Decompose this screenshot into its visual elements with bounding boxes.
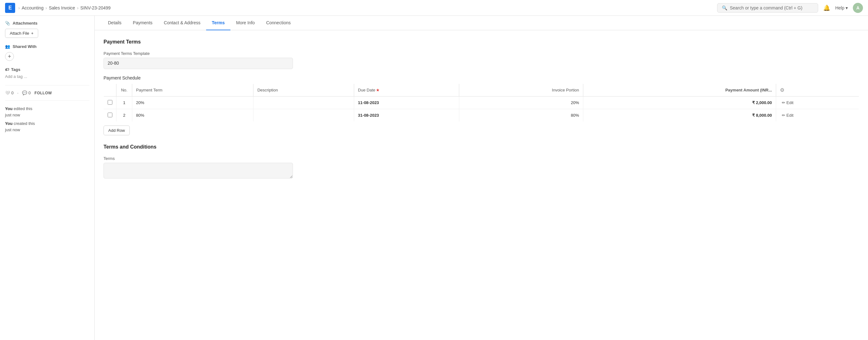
row1-due-date[interactable]: 11-08-2023: [354, 97, 459, 109]
template-label: Payment Terms Template: [103, 51, 859, 56]
col-header-checkbox: [104, 84, 117, 97]
row2-checkbox[interactable]: [107, 112, 112, 117]
tab-connections[interactable]: Connections: [260, 16, 297, 30]
terms-label: Terms: [103, 156, 859, 161]
likes-count[interactable]: 🤍 0: [5, 91, 13, 95]
breadcrumb-accounting[interactable]: Accounting: [22, 5, 43, 10]
row1-invoice-portion[interactable]: 20%: [459, 97, 583, 109]
terms-textarea[interactable]: [103, 163, 293, 178]
row1-edit-cell[interactable]: ✏ Edit: [776, 97, 859, 109]
paperclip-icon: 📎: [5, 21, 10, 26]
row2-no: 2: [117, 109, 132, 122]
activity-log-1: You edited this just now: [5, 106, 89, 118]
table-row: 1 20% 11-08-2023 20% ₹ 2,000.00 ✏ Edit: [104, 97, 859, 109]
tag-icon: 🏷: [5, 67, 9, 72]
col-header-no: No.: [117, 84, 132, 97]
terms-conditions-title: Terms and Conditions: [103, 144, 859, 150]
avatar[interactable]: A: [853, 3, 863, 13]
app-icon: E: [5, 3, 15, 13]
divider: [5, 85, 89, 86]
search-icon: 🔍: [722, 5, 727, 10]
sidebar: 📎 Attachments Attach File + 👥 Shared Wit…: [0, 16, 95, 340]
table-row: 2 80% 31-08-2023 80% ₹ 8,000.00 ✏ Edit: [104, 109, 859, 122]
topnav: E › Accounting › Sales Invoice › SINV-23…: [0, 0, 868, 16]
breadcrumb: E › Accounting › Sales Invoice › SINV-23…: [5, 3, 111, 13]
breadcrumb-sales-invoice[interactable]: Sales Invoice: [49, 5, 75, 10]
search-bar[interactable]: 🔍 Search or type a command (Ctrl + G): [717, 3, 818, 12]
help-button[interactable]: Help ▾: [835, 5, 848, 10]
attachments-label: 📎 Attachments: [5, 21, 89, 26]
terms-conditions-section: Terms and Conditions Terms: [103, 144, 859, 179]
chevron-down-icon: ▾: [845, 5, 848, 10]
settings-icon: ⚙: [780, 88, 784, 93]
payment-schedule-table: No. Payment Term Description Due Date★ I…: [103, 83, 859, 122]
breadcrumb-sinv[interactable]: SINV-23-20499: [81, 5, 111, 10]
activity-log-2: You created this just now: [5, 121, 89, 133]
topnav-right: 🔍 Search or type a command (Ctrl + G) 🔔 …: [717, 3, 863, 13]
main-layout: 📎 Attachments Attach File + 👥 Shared Wit…: [0, 16, 868, 340]
divider-2: [5, 100, 89, 101]
pencil-icon: ✏: [782, 100, 785, 105]
notification-bell-icon[interactable]: 🔔: [823, 4, 830, 11]
row1-payment-amount: ₹ 2,000.00: [583, 97, 776, 109]
row2-edit-cell[interactable]: ✏ Edit: [776, 109, 859, 122]
tags-label: 🏷 Tags: [5, 67, 89, 72]
tags-section: 🏷 Tags Add a tag ...: [5, 67, 89, 79]
row2-edit-button[interactable]: ✏ Edit: [780, 112, 796, 118]
pencil-icon: ✏: [782, 113, 785, 117]
plus-icon: +: [31, 31, 33, 36]
row1-checkbox-cell[interactable]: [104, 97, 117, 109]
row2-description[interactable]: [253, 109, 354, 122]
add-row-button[interactable]: Add Row: [103, 126, 130, 135]
row1-edit-button[interactable]: ✏ Edit: [780, 100, 796, 106]
row2-payment-amount: ₹ 8,000.00: [583, 109, 776, 122]
payment-terms-title: Payment Terms: [103, 39, 859, 45]
row1-checkbox[interactable]: [107, 100, 112, 105]
template-value[interactable]: 20-80: [103, 58, 293, 69]
row2-checkbox-cell[interactable]: [104, 109, 117, 122]
row1-payment-term[interactable]: 20%: [132, 97, 253, 109]
shared-with-section: 👥 Shared With +: [5, 44, 89, 61]
schedule-label: Payment Schedule: [103, 75, 859, 80]
attachments-section: 📎 Attachments Attach File +: [5, 21, 89, 38]
users-icon: 👥: [5, 44, 10, 49]
tab-contact-address[interactable]: Contact & Address: [158, 16, 206, 30]
activity-row: 🤍 0 · 💬 0 FOLLOW: [5, 91, 89, 95]
col-header-payment-term: Payment Term: [132, 84, 253, 97]
attach-file-button[interactable]: Attach File +: [5, 29, 38, 38]
col-header-payment-amount: Payment Amount (INR...: [583, 84, 776, 97]
tabs-bar: Details Payments Contact & Address Terms…: [95, 16, 868, 30]
content-area: Details Payments Contact & Address Terms…: [95, 16, 868, 340]
shared-with-label: 👥 Shared With: [5, 44, 89, 49]
tab-details[interactable]: Details: [102, 16, 127, 30]
row1-description[interactable]: [253, 97, 354, 109]
row2-due-date[interactable]: 31-08-2023: [354, 109, 459, 122]
tab-more-info[interactable]: More Info: [230, 16, 260, 30]
add-tag-button[interactable]: Add a tag ...: [5, 74, 27, 79]
add-shared-user-button[interactable]: +: [5, 52, 14, 61]
row1-no: 1: [117, 97, 132, 109]
search-placeholder: Search or type a command (Ctrl + G): [730, 5, 802, 10]
row2-payment-term[interactable]: 80%: [132, 109, 253, 122]
tab-payments[interactable]: Payments: [127, 16, 158, 30]
tab-content-terms: Payment Terms Payment Terms Template 20-…: [95, 30, 868, 188]
col-header-description: Description: [253, 84, 354, 97]
follow-button[interactable]: FOLLOW: [34, 91, 52, 95]
row2-invoice-portion[interactable]: 80%: [459, 109, 583, 122]
tab-terms[interactable]: Terms: [206, 16, 230, 30]
col-header-invoice-portion: Invoice Portion: [459, 84, 583, 97]
comments-count[interactable]: 💬 0: [22, 91, 31, 95]
col-header-settings[interactable]: ⚙: [776, 84, 859, 97]
col-header-due-date: Due Date★: [354, 84, 459, 97]
